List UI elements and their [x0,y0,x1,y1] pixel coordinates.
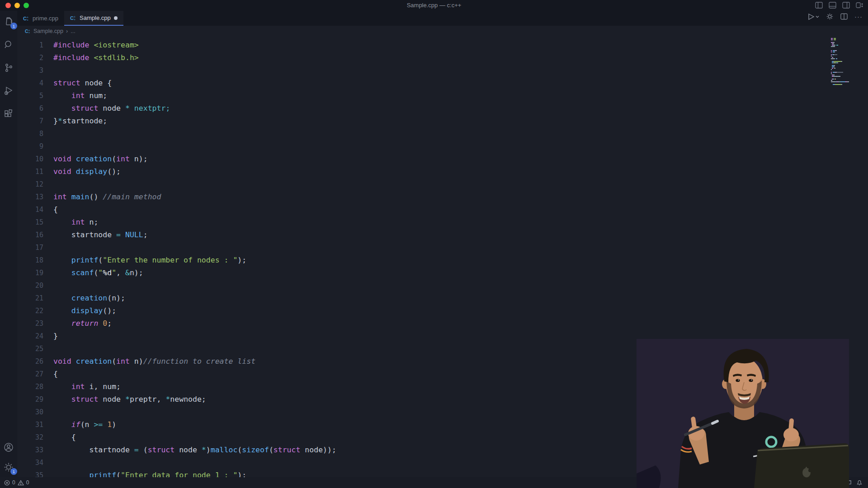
line-number[interactable]: 5 [17,89,43,102]
line-number[interactable]: 26 [17,355,43,368]
code-line[interactable]: 5 int num; [17,89,822,102]
extensions-icon[interactable] [3,108,14,119]
line-number[interactable]: 32 [17,431,43,444]
line-number[interactable]: 21 [17,292,43,305]
line-content: startnode = (struct node *)malloc(sizeof… [43,444,336,456]
code-line[interactable]: 2#include <stdlib.h> [17,52,822,64]
code-line[interactable]: 11void display(); [17,165,822,178]
line-number[interactable]: 10 [17,153,43,165]
minimap[interactable] [831,38,850,85]
line-number[interactable]: 13 [17,191,43,203]
code-line[interactable]: 3 [17,64,822,77]
line-number[interactable]: 8 [17,127,43,140]
line-number[interactable]: 23 [17,317,43,330]
line-number[interactable]: 2 [17,52,43,64]
tab-sample-cpp[interactable]: C++ Sample.cpp [64,11,123,26]
line-content: #include <iostream> [43,39,139,52]
minimap-line [831,69,850,70]
source-control-icon[interactable] [3,62,14,73]
line-number[interactable]: 14 [17,203,43,216]
line-number[interactable]: 16 [17,229,43,241]
line-content: } [43,330,58,343]
code-line[interactable]: 19 scanf("%d", &n); [17,267,822,279]
code-line[interactable]: 20 [17,279,822,292]
run-button[interactable] [807,13,819,20]
line-content: struct node *preptr, *newnode; [43,393,206,406]
minimap-line [831,42,850,43]
line-number[interactable]: 29 [17,393,43,406]
line-number[interactable]: 24 [17,330,43,343]
more-actions-icon[interactable]: ··· [854,13,863,20]
code-line[interactable]: 6 struct node * nextptr; [17,102,822,115]
line-number[interactable]: 31 [17,418,43,431]
search-icon[interactable] [3,39,14,50]
explorer-icon[interactable]: 1 [3,16,14,27]
minimize-window-button[interactable] [14,3,20,8]
line-number[interactable]: 27 [17,368,43,380]
line-content [43,456,53,469]
line-number[interactable]: 30 [17,406,43,418]
settings-gear-icon[interactable]: 1 [3,462,14,473]
minimap-line [831,65,850,66]
line-number[interactable]: 11 [17,165,43,178]
fullscreen-window-button[interactable] [24,3,29,8]
line-number[interactable]: 4 [17,77,43,89]
line-number[interactable]: 33 [17,444,43,456]
line-content [43,178,53,191]
code-line[interactable]: 14{ [17,203,822,216]
line-number[interactable]: 28 [17,380,43,393]
minimap-line [831,49,850,50]
line-number[interactable]: 6 [17,102,43,115]
bell-icon[interactable] [856,479,863,486]
line-number[interactable]: 12 [17,178,43,191]
window-title: Sample.cpp — c:c++ [0,0,868,11]
code-line[interactable]: 15 int n; [17,216,822,229]
code-line[interactable]: 23 return 0; [17,317,822,330]
line-number[interactable]: 3 [17,64,43,77]
line-content: { [43,203,58,216]
line-number[interactable]: 20 [17,279,43,292]
line-number[interactable]: 1 [17,39,43,52]
breadcrumb-file[interactable]: Sample.cpp [33,28,63,34]
panel-bottom-icon[interactable] [829,2,836,9]
tab-prime-cpp[interactable]: C++ prime.cpp [17,11,64,26]
code-line[interactable]: 18 printf("Enter the number of nodes : "… [17,254,822,267]
code-line[interactable]: 8 [17,127,822,140]
code-line[interactable]: 1#include <iostream> [17,39,822,52]
split-editor-icon[interactable] [840,13,848,20]
breadcrumb-more[interactable]: ... [71,28,75,34]
code-line[interactable]: 7}*startnode; [17,115,822,127]
line-number[interactable]: 34 [17,456,43,469]
code-line[interactable]: 4struct node { [17,77,822,89]
code-line[interactable]: 12 [17,178,822,191]
panel-left-icon[interactable] [815,2,823,9]
code-line[interactable]: 9 [17,140,822,153]
problems-indicator[interactable]: 0 0 [0,479,29,486]
line-number[interactable]: 25 [17,343,43,355]
panel-right-icon[interactable] [842,2,850,9]
line-number[interactable]: 19 [17,267,43,279]
minimap-line [831,38,850,39]
line-content: int n; [43,216,98,229]
line-number[interactable]: 17 [17,241,43,254]
unsaved-changes-dot[interactable] [114,16,118,20]
minimap-line [831,79,850,80]
code-line[interactable]: 16 startnode = NULL; [17,229,822,241]
code-line[interactable]: 17 [17,241,822,254]
line-content: void display(); [43,165,121,178]
editor-settings-gear-icon[interactable] [826,13,834,20]
customize-layout-icon[interactable] [856,2,863,9]
close-window-button[interactable] [5,3,11,8]
line-number[interactable]: 9 [17,140,43,153]
line-number[interactable]: 22 [17,305,43,317]
account-icon[interactable] [3,442,14,453]
line-number[interactable]: 15 [17,216,43,229]
code-line[interactable]: 21 creation(n); [17,292,822,305]
line-content: display(); [43,305,116,317]
code-line[interactable]: 22 display(); [17,305,822,317]
code-line[interactable]: 10void creation(int n); [17,153,822,165]
run-and-debug-icon[interactable] [3,85,14,96]
line-number[interactable]: 7 [17,115,43,127]
code-line[interactable]: 13int main() //main method [17,191,822,203]
line-number[interactable]: 18 [17,254,43,267]
